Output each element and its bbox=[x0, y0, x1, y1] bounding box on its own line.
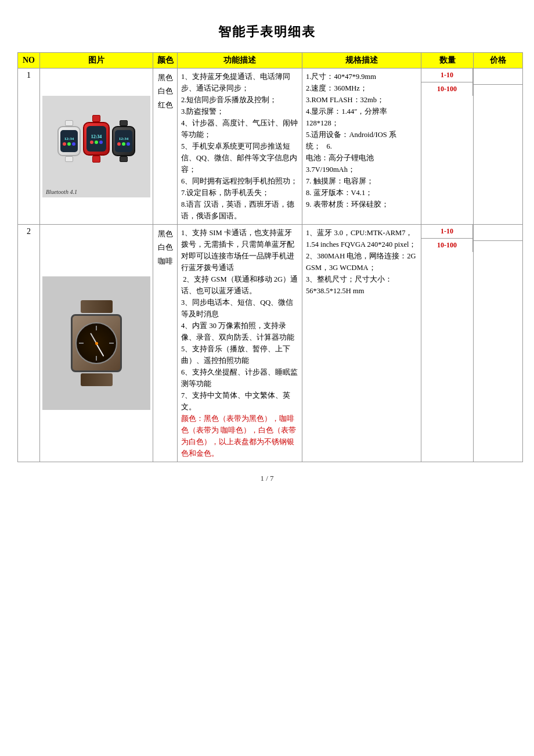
header-price: 价格 bbox=[474, 53, 523, 69]
page-title: 智能手表明细表 bbox=[17, 23, 517, 41]
header-no: NO bbox=[18, 53, 40, 69]
row-spec-2: 1、蓝牙 3.0，CPU:MTK-ARM7，1.54 inches FQVGA … bbox=[302, 225, 421, 462]
bluetooth-label: Bluetooth 4.1 bbox=[46, 189, 77, 195]
header-qty: 数量 bbox=[421, 53, 474, 69]
table-row: 1 12:34 bbox=[18, 69, 523, 225]
row-spec-1: 1.尺寸：40*47*9.9mm 2.速度：360MHz； 3.ROM FLAS… bbox=[302, 69, 421, 225]
row-color-1: 黑色白色红色 bbox=[153, 69, 178, 225]
row-color-2: 黑色白色咖啡 bbox=[153, 225, 178, 462]
row-price-2 bbox=[474, 225, 523, 462]
row-qty-2: 1-10 10-100 bbox=[421, 225, 474, 462]
page-footer: 1 / 7 bbox=[17, 474, 517, 483]
row-func-1: 1、支持蓝牙免提通话、电话簿同步、通话记录同步； 2.短信同步音乐播放及控制； … bbox=[178, 69, 302, 225]
row-image-1: 12:34 bbox=[40, 69, 153, 225]
header-spec: 规格描述 bbox=[302, 53, 421, 69]
row-func-2: 1、支持 SIM 卡通话，也支持蓝牙拨号，无需插卡，只需简单蓝牙配对即可以连接市… bbox=[178, 225, 302, 462]
row-no: 1 bbox=[18, 69, 40, 225]
row-image-2 bbox=[40, 225, 153, 462]
header-func: 功能描述 bbox=[178, 53, 302, 69]
product-table: NO 图片 颜色 功能描述 规格描述 数量 价格 1 bbox=[17, 52, 523, 462]
header-image: 图片 bbox=[40, 53, 153, 69]
row-no: 2 bbox=[18, 225, 40, 462]
table-row: 2 bbox=[18, 225, 523, 462]
row-qty-1: 1-10 10-100 bbox=[421, 69, 474, 225]
row-price-1 bbox=[474, 69, 523, 225]
header-color: 颜色 bbox=[153, 53, 178, 69]
